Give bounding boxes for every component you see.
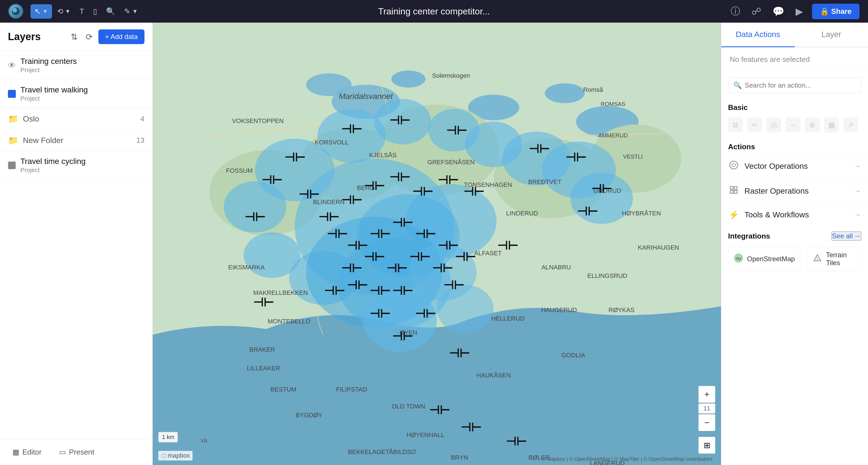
- folder-count: 13: [136, 136, 145, 145]
- layer-name: Travel time cycling: [20, 157, 145, 166]
- svg-text:⊣⊢: ⊣⊢: [591, 182, 612, 195]
- svg-point-32: [437, 285, 494, 333]
- right-panel: Data Actions Layer No features are selec…: [721, 23, 868, 465]
- frame-icon[interactable]: ▦: [824, 118, 839, 132]
- layer-item-training-centers[interactable]: 👁 Training centers Project: [0, 51, 152, 80]
- frame-tool[interactable]: ▯: [89, 4, 101, 19]
- add-data-button[interactable]: + Add data: [98, 29, 145, 44]
- svg-text:⊣⊢: ⊣⊢: [341, 193, 362, 207]
- scissors-icon[interactable]: ✂: [747, 118, 762, 132]
- sidebar-refresh-button[interactable]: ⟳: [84, 29, 95, 44]
- svg-text:⊣⊢: ⊣⊢: [347, 278, 368, 292]
- zoom-in-button[interactable]: +: [699, 386, 715, 403]
- osm-icon: [734, 253, 744, 265]
- svg-text:⊣⊢: ⊣⊢: [341, 261, 362, 275]
- mapbox-icon: ⬡: [161, 453, 166, 459]
- integrations-row: OpenStreetMap Terrain Tiles: [721, 243, 868, 275]
- svg-text:⊣⊢: ⊣⊢: [261, 173, 282, 187]
- tab-layer[interactable]: Layer: [795, 23, 868, 47]
- svg-text:ELLINGSRUD: ELLINGSRUD: [587, 272, 627, 279]
- integration-terrain-tiles[interactable]: Terrain Tiles: [807, 247, 861, 271]
- tools-icon: ⚡: [728, 210, 739, 220]
- paint-tool[interactable]: ✎ ▼: [120, 4, 142, 19]
- svg-text:⊣⊢: ⊣⊢: [392, 216, 413, 229]
- svg-text:ROMSAS: ROMSAS: [601, 101, 625, 107]
- layer-item-travel-cycling[interactable]: Travel time cycling Project: [0, 151, 152, 180]
- map-attribution: © Mapbox | © OpenStreetMap | © MapTiler …: [542, 456, 713, 462]
- history-tool[interactable]: ⟲ ▼: [53, 4, 75, 19]
- svg-text:BRAKER: BRAKER: [249, 346, 275, 353]
- svg-text:⊣⊢: ⊣⊢: [284, 151, 305, 164]
- map-area[interactable]: Maridalsvannet Solemskogen Romså ROMSAS …: [153, 23, 721, 465]
- svg-text:HAUGERUD: HAUGERUD: [541, 306, 577, 313]
- circle-icon[interactable]: ◎: [767, 118, 781, 132]
- app-logo[interactable]: [8, 4, 23, 19]
- text-tool[interactable]: T: [76, 4, 88, 19]
- present-icon: ▭: [59, 448, 66, 457]
- svg-text:VOKSENTOPPEN: VOKSENTOPPEN: [232, 117, 284, 124]
- svg-point-7: [545, 83, 585, 103]
- see-all-label: See all: [832, 232, 853, 240]
- share-button[interactable]: 🔒 Share: [812, 4, 860, 19]
- topbar-right: ⓘ ☍ 💬 ▶ 🔒 Share: [728, 3, 860, 20]
- layer-item-travel-walking[interactable]: Travel time walking Project: [0, 80, 152, 108]
- right-panel-tabs: Data Actions Layer: [721, 23, 868, 47]
- copy-icon[interactable]: ⧉: [728, 118, 743, 132]
- folder-new[interactable]: 📁 New Folder 13: [0, 130, 152, 151]
- svg-point-1: [12, 8, 17, 12]
- search-tool[interactable]: 🔍: [102, 4, 119, 19]
- expand-icon[interactable]: ⇗: [843, 118, 858, 132]
- action-raster-ops[interactable]: Raster Operations →: [721, 178, 868, 203]
- map-scale: 1 km: [158, 432, 178, 442]
- svg-text:⊣⊢: ⊣⊢: [529, 142, 550, 155]
- folder-count: 4: [141, 115, 145, 123]
- present-button[interactable]: ▶: [793, 3, 805, 19]
- editor-button[interactable]: ▦ Editor: [8, 445, 46, 459]
- action-search-input[interactable]: [745, 82, 856, 89]
- arrows-icon[interactable]: ↔: [786, 118, 800, 132]
- pointer-tool[interactable]: ↖ ▼: [31, 4, 52, 19]
- grid-icon: ⊞: [704, 441, 710, 450]
- integration-openstreetmap[interactable]: OpenStreetMap: [728, 247, 800, 271]
- svg-text:⊣⊢: ⊣⊢: [449, 347, 470, 360]
- svg-text:⊣⊢: ⊣⊢: [389, 170, 410, 184]
- svg-point-121: [730, 161, 738, 169]
- zoom-out-button[interactable]: −: [699, 414, 715, 431]
- tab-data-actions[interactable]: Data Actions: [721, 23, 795, 47]
- bookmark-button[interactable]: ☍: [749, 3, 764, 19]
- svg-text:⊣⊢: ⊣⊢: [392, 284, 413, 298]
- svg-rect-122: [730, 187, 733, 189]
- svg-text:BYGDØY: BYGDØY: [296, 411, 322, 418]
- svg-rect-124: [730, 190, 733, 193]
- svg-text:YA: YA: [200, 438, 208, 444]
- svg-text:KARIHAUGEN: KARIHAUGEN: [638, 244, 679, 251]
- present-mode-button[interactable]: ▭ Present: [55, 445, 99, 459]
- svg-text:Romså: Romså: [583, 86, 603, 93]
- raster-ops-label: Raster Operations: [744, 187, 809, 196]
- action-vector-ops[interactable]: Vector Operations →: [721, 154, 868, 178]
- paint-icon: ✎: [124, 7, 130, 16]
- folder-icon: 📁: [8, 135, 19, 145]
- svg-text:Maridalsvannet: Maridalsvannet: [339, 92, 393, 101]
- arrow-icon: →: [854, 232, 861, 240]
- help-button[interactable]: ⓘ: [728, 3, 742, 20]
- sidebar-title: Layers: [8, 31, 41, 43]
- plus-circle-icon[interactable]: ⊕: [805, 118, 820, 132]
- see-all-integrations-button[interactable]: See all →: [832, 231, 861, 241]
- map-settings-button[interactable]: ⊞: [699, 437, 715, 454]
- action-tools-workflows[interactable]: ⚡ Tools & Workflows →: [721, 203, 868, 226]
- folder-oslo[interactable]: 📁 Oslo 4: [0, 108, 152, 130]
- history-dropdown: ▼: [65, 8, 71, 15]
- layer-info: Travel time walking Project: [20, 85, 145, 102]
- svg-text:⊣⊢: ⊣⊢: [364, 250, 385, 264]
- action-search[interactable]: 🔍: [728, 78, 861, 93]
- svg-text:⊣⊢: ⊣⊢: [386, 261, 407, 275]
- comment-button[interactable]: 💬: [770, 3, 786, 19]
- arrow-right-icon: →: [854, 210, 861, 219]
- sidebar-sort-button[interactable]: ⇅: [68, 29, 80, 44]
- svg-text:⊣⊢: ⊣⊢: [412, 185, 433, 198]
- svg-point-5: [391, 70, 426, 87]
- vector-ops-label: Vector Operations: [744, 162, 808, 171]
- svg-text:KORSVOLL: KORSVOLL: [315, 139, 349, 146]
- svg-text:⊣⊢: ⊣⊢: [415, 227, 436, 241]
